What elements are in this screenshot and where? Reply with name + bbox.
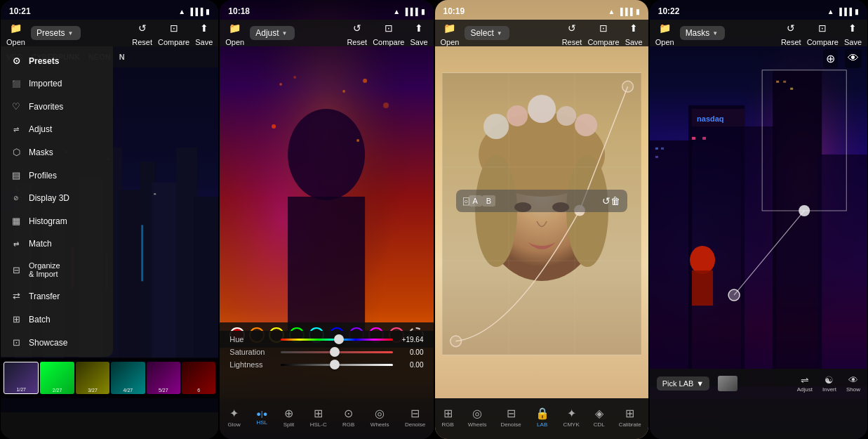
tool-glow[interactable]: ✦ Glow [228, 407, 241, 428]
menu-masks[interactable]: ⬡ Masks [1, 140, 113, 164]
curves-svg[interactable] [442, 70, 641, 358]
compare-btn-2[interactable]: ⊡ Compare [373, 20, 404, 46]
film-thumb-4[interactable]: 4/27 [111, 362, 145, 394]
menu-imported[interactable]: ⬛ Imported [1, 72, 113, 95]
tool-split[interactable]: ⊕ Split [283, 407, 295, 428]
reset-curve-icon[interactable]: ↺ [602, 195, 610, 207]
bottom-toolbar-4 [650, 398, 867, 439]
save-btn-4[interactable]: ⬆ Save [844, 20, 862, 46]
rgb-label: RGB [342, 421, 354, 428]
compare-btn-1[interactable]: ⊡ Compare [158, 20, 189, 46]
tool-denoise[interactable]: ⊟ Denoise [405, 407, 425, 428]
hue-thumb[interactable] [334, 334, 344, 344]
svg-point-30 [356, 139, 359, 142]
film-thumb-3[interactable]: 3/27 [76, 362, 109, 394]
presets-dropdown-1[interactable]: Presets ▼ [31, 26, 81, 40]
masks-icon: ⬡ [11, 147, 22, 157]
select-tool-crop[interactable]: ⌻ [463, 195, 469, 207]
reset-btn-2[interactable]: ↺ Reset [347, 20, 367, 46]
filmstrip-1: 1/27 2/27 3/27 4/27 5/27 6 [1, 358, 218, 398]
tool-lab-3[interactable]: 🔒 LAB [535, 407, 549, 428]
select-tool-b[interactable]: B [482, 195, 495, 207]
tool-denoise-3[interactable]: ⊟ Denoise [500, 407, 521, 428]
tool-rgb-3[interactable]: ⊞ RGB [441, 407, 453, 428]
menu-showcase-label: Showcase [29, 338, 67, 348]
tool-wheels[interactable]: ◎ Wheels [370, 407, 389, 428]
menu-showcase[interactable]: ⊡ Showcase [1, 331, 113, 354]
hue-track[interactable] [281, 339, 392, 341]
open-btn-3[interactable]: 📁 Open [441, 20, 460, 46]
reset-icon-1: ↺ [135, 20, 150, 36]
color-swatch [718, 376, 737, 391]
menu-presets-label: Presets [29, 56, 59, 66]
menu-profiles[interactable]: ▤ Profiles [1, 164, 113, 187]
menu-display3d[interactable]: ⊘ Display 3D [1, 187, 113, 209]
adjust-dropdown-2[interactable]: Adjust ▼ [250, 26, 294, 40]
menu-transfer[interactable]: ⇄ Transfer [1, 284, 113, 308]
save-btn-2[interactable]: ⬆ Save [410, 20, 427, 46]
wifi-icon-2: ▲ [393, 8, 400, 15]
reset-btn-4[interactable]: ↺ Reset [781, 20, 801, 46]
svg-text:nasdaq: nasdaq [697, 114, 724, 123]
reset-btn-3[interactable]: ↺ Reset [562, 20, 582, 46]
tool-calibrate-3[interactable]: ⊞ Calibrate [619, 407, 641, 428]
film-thumb-1[interactable]: 1/27 [4, 362, 39, 394]
menu-adjust[interactable]: ⇌ Adjust [1, 118, 113, 140]
compare-btn-3[interactable]: ⊡ Compare [587, 20, 619, 46]
save-btn-3[interactable]: ⬆ Save [625, 20, 643, 46]
svg-rect-63 [818, 155, 867, 386]
toolbar-right-2: ↺ Reset ⊡ Compare ⬆ Save [347, 20, 427, 46]
menu-match[interactable]: ⇄ Match [1, 232, 113, 255]
select-tool-a[interactable]: A [469, 195, 482, 207]
reset-btn-1[interactable]: ↺ Reset [132, 20, 152, 46]
pick-lab-actions: ⇌ Adjust ☯ Invert 👁 Show [797, 374, 860, 393]
tool-hsl[interactable]: ●|● HSL [256, 409, 267, 426]
save-btn-1[interactable]: ⬆ Save [195, 20, 213, 46]
light-track[interactable] [281, 364, 392, 366]
pick-lab-label: Pick LAB [662, 379, 694, 388]
light-thumb[interactable] [330, 360, 340, 369]
tool-wheels-3[interactable]: ◎ Wheels [468, 407, 487, 428]
sat-track[interactable] [281, 351, 392, 353]
compare-btn-4[interactable]: ⊡ Compare [807, 20, 839, 46]
select-dropdown-3[interactable]: Select ▼ [465, 26, 509, 40]
tool-rgb[interactable]: ⊙ RGB [342, 407, 354, 428]
pick-lab-dropdown[interactable]: Pick LAB ▼ [657, 376, 710, 391]
menu-favorites[interactable]: ♡ Favorites [1, 95, 113, 118]
split-label: Split [283, 421, 295, 428]
loupe-icon[interactable]: ⊕ [823, 49, 838, 68]
action-invert[interactable]: ☯ Invert [822, 374, 836, 393]
menu-organize[interactable]: ⊟ Organize& Import [1, 255, 113, 284]
presets-icon: ⊙ [11, 55, 22, 66]
svg-rect-10 [152, 183, 180, 365]
open-btn-1[interactable]: 📁 Open [6, 20, 25, 46]
tool-cdl-3[interactable]: ◈ CDL [594, 407, 605, 428]
action-adjust[interactable]: ⇌ Adjust [797, 374, 813, 393]
battery-icon-3: ▮ [636, 8, 640, 15]
open-btn-4[interactable]: 📁 Open [655, 20, 674, 46]
menu-batch[interactable]: ⊞ Batch [1, 308, 113, 331]
select-toolbar-overlay: ⌻ A B ↺ 🗑 [456, 190, 627, 212]
masks-dropdown-4[interactable]: Masks ▼ [680, 26, 726, 40]
action-show[interactable]: 👁 Show [846, 374, 860, 393]
open-btn-2[interactable]: 📁 Open [225, 20, 244, 46]
film-counter-5: 5/27 [147, 388, 180, 393]
show-icon[interactable]: 👁 [845, 49, 862, 68]
hue-value: +19.64 [399, 336, 424, 343]
film-thumb-5[interactable]: 5/27 [147, 362, 180, 394]
delete-curve-icon[interactable]: 🗑 [610, 195, 620, 207]
sat-thumb[interactable] [330, 347, 340, 357]
tab-n[interactable]: N [119, 53, 125, 61]
tool-hslc[interactable]: ⊞ HSL-C [310, 407, 327, 428]
svg-rect-66 [655, 148, 658, 150]
svg-rect-75 [692, 270, 713, 306]
film-thumb-2[interactable]: 2/27 [40, 362, 74, 394]
status-icons-3: ▲ ▐▐▐ ▮ [608, 8, 640, 15]
film-thumb-6[interactable]: 6 [182, 362, 215, 394]
svg-point-27 [288, 109, 365, 200]
menu-histogram[interactable]: ▦ Histogram [1, 209, 113, 232]
hsl-icon: ●|● [256, 409, 267, 418]
tool-cmyk-3[interactable]: ✦ CMYK [563, 407, 580, 428]
match-icon: ⇄ [11, 240, 22, 248]
menu-presets[interactable]: ⊙ Presets [1, 49, 113, 72]
